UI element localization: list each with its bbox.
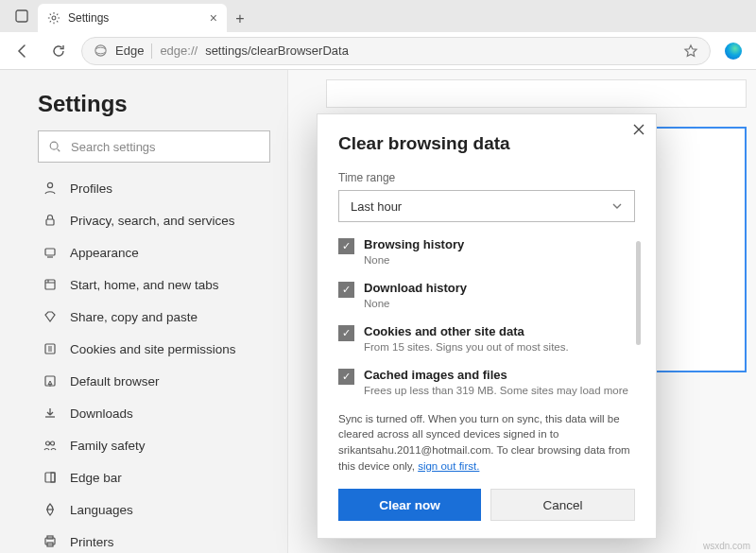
svg-point-1 [52,16,56,20]
data-type-row: ✓Cookies and other site dataFrom 15 site… [338,324,635,354]
svg-point-2 [95,45,106,56]
new-tab-button[interactable]: + [227,6,253,32]
menu-item-label: Default browser [70,374,160,389]
svg-rect-7 [45,280,55,289]
menu-item-icon [42,437,59,454]
svg-point-11 [51,441,55,445]
refresh-icon [51,43,66,59]
dialog-title: Clear browsing data [338,133,635,154]
svg-rect-13 [51,473,55,482]
sidebar-item[interactable]: Start, home, and new tabs [38,268,270,301]
menu-item-label: Languages [70,503,133,517]
checkbox[interactable]: ✓ [338,369,354,385]
data-type-title: Cached images and files [364,368,628,382]
menu-item-icon [42,180,59,197]
svg-rect-6 [45,249,55,255]
cancel-button[interactable]: Cancel [490,489,635,521]
settings-heading: Settings [38,91,270,117]
data-type-subtitle: None [364,297,467,311]
dialog-close-button[interactable] [633,124,644,135]
menu-item-icon [42,469,59,486]
menu-item-label: Downloads [70,406,133,421]
checkbox[interactable]: ✓ [338,238,354,254]
scrollbar[interactable] [636,241,641,345]
time-range-label: Time range [338,171,635,184]
data-type-subtitle: Frees up less than 319 MB. Some sites ma… [364,384,628,398]
menu-item-icon [42,244,59,261]
data-type-row: ✓Download historyNone [338,281,635,311]
menu-item-label: Share, copy and paste [70,310,198,324]
refresh-button[interactable] [45,38,72,64]
data-type-title: Browsing history [364,237,464,251]
data-type-title: Download history [364,281,467,295]
tab-bar: Settings × + [0,0,756,32]
svg-rect-12 [45,473,55,482]
sign-out-link[interactable]: sign out first. [418,460,479,472]
settings-search-placeholder: Search settings [71,140,156,154]
arrow-left-icon [15,43,30,59]
sidebar-item[interactable]: Downloads [38,397,270,429]
sidebar-item[interactable]: Profiles [38,172,270,204]
svg-rect-5 [46,219,54,225]
data-type-row: ✓Cached images and filesFrees up less th… [338,368,635,398]
address-bar[interactable]: Edge edge://settings/clearBrowserData [81,37,711,65]
address-brand: Edge [115,43,144,58]
menu-item-label: Start, home, and new tabs [70,278,219,292]
time-range-value: Last hour [351,199,402,214]
divider [151,43,152,59]
sidebar-item[interactable]: Languages [38,493,270,526]
close-tab-button[interactable]: × [210,10,217,26]
star-icon [683,43,698,59]
menu-item-label: Printers [70,535,114,549]
data-type-row: ✓Browsing historyNone [338,237,635,268]
menu-item-icon [42,212,59,229]
gear-icon [47,11,60,25]
menu-item-label: Privacy, search, and services [70,214,235,228]
checkbox[interactable]: ✓ [338,282,354,298]
menu-item-icon [42,405,59,422]
menu-item-icon [42,533,59,550]
menu-item-icon [42,308,59,325]
tab-actions-button[interactable] [9,4,34,28]
data-type-title: Cookies and other site data [364,324,569,338]
sidebar-item[interactable]: Privacy, search, and services [38,204,270,236]
settings-menu: ProfilesPrivacy, search, and servicesApp… [38,172,270,553]
favorites-button[interactable] [683,43,698,59]
address-url-path: settings/clearBrowserData [205,43,349,58]
tab-title: Settings [68,11,109,25]
sidebar-item[interactable]: Family safety [38,429,270,461]
content-panel [326,79,747,108]
data-type-subtitle: From 15 sites. Signs you out of most sit… [364,340,569,354]
svg-point-4 [47,182,52,187]
sync-message-text: Sync is turned off. When you turn on syn… [338,413,630,472]
sidebar-item[interactable]: Printers [38,526,270,553]
search-icon [48,140,61,153]
menu-item-icon [42,340,59,357]
menu-item-icon [42,372,59,389]
profile-button[interactable] [720,38,747,64]
checkbox[interactable]: ✓ [338,325,354,341]
chevron-down-icon [611,200,623,212]
time-range-dropdown[interactable]: Last hour [338,190,635,222]
sidebar-item[interactable]: Cookies and site permissions [38,333,270,365]
edge-page-icon [94,43,108,58]
browser-tab[interactable]: Settings × [38,4,227,32]
clear-now-button[interactable]: Clear now [338,489,481,521]
menu-item-label: Profiles [70,181,112,196]
settings-search[interactable]: Search settings [38,130,270,163]
dialog-buttons: Clear now Cancel [338,489,635,521]
svg-rect-0 [16,10,27,22]
menu-item-label: Family safety [70,439,146,453]
sidebar-item[interactable]: Appearance [38,236,270,268]
menu-item-label: Appearance [70,246,139,260]
back-button[interactable] [9,38,36,64]
sidebar-item[interactable]: Share, copy and paste [38,301,270,333]
data-type-list: ✓Browsing historyNone✓Download historyNo… [338,237,635,398]
sidebar-item[interactable]: Edge bar [38,461,270,493]
svg-point-3 [50,142,58,149]
menu-item-icon [42,276,59,293]
sync-message: Sync is turned off. When you turn on syn… [338,411,635,475]
close-icon [633,124,644,135]
address-url-prefix: edge:// [160,43,198,58]
sidebar-item[interactable]: Default browser [38,365,270,397]
